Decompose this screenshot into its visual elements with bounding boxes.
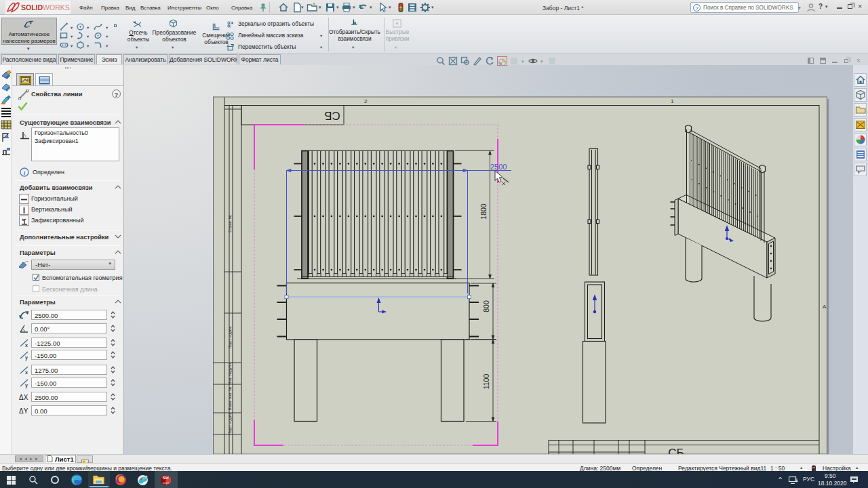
svg-text:Справ. №: Справ. № xyxy=(228,215,232,232)
svg-text:SOLIDWORKS: SOLIDWORKS xyxy=(21,3,70,12)
svg-text:2: 2 xyxy=(364,98,368,104)
svg-text:2500: 2500 xyxy=(490,163,507,171)
svg-text:1800: 1800 xyxy=(479,203,488,220)
svg-text:SW: SW xyxy=(163,476,170,480)
svg-text:СБ: СБ xyxy=(324,109,340,122)
svg-text:y: y xyxy=(25,355,28,361)
svg-text:x: x xyxy=(25,370,28,375)
svg-text:1100: 1100 xyxy=(482,374,490,390)
svg-text:СБ: СБ xyxy=(668,447,684,454)
svg-text:Взам. инв. №: Взам. инв. № xyxy=(228,387,232,411)
svg-text:2018: 2018 xyxy=(163,481,170,485)
svg-text:1: 1 xyxy=(671,98,674,104)
svg-text:Инв. №дубл.: Инв. №дубл. xyxy=(228,362,232,385)
svg-text:i: i xyxy=(24,169,26,176)
svg-text:x: x xyxy=(25,343,28,348)
svg-text:y: y xyxy=(25,383,28,388)
svg-text:А: А xyxy=(823,304,827,310)
svg-text:Подп. и дата: Подп. и дата xyxy=(228,412,232,435)
svg-text:800: 800 xyxy=(482,300,490,312)
svg-text:Подп. и дата: Подп. и дата xyxy=(228,326,232,349)
svg-text:ΔX: ΔX xyxy=(19,394,28,401)
svg-text:ΔY: ΔY xyxy=(19,407,28,415)
